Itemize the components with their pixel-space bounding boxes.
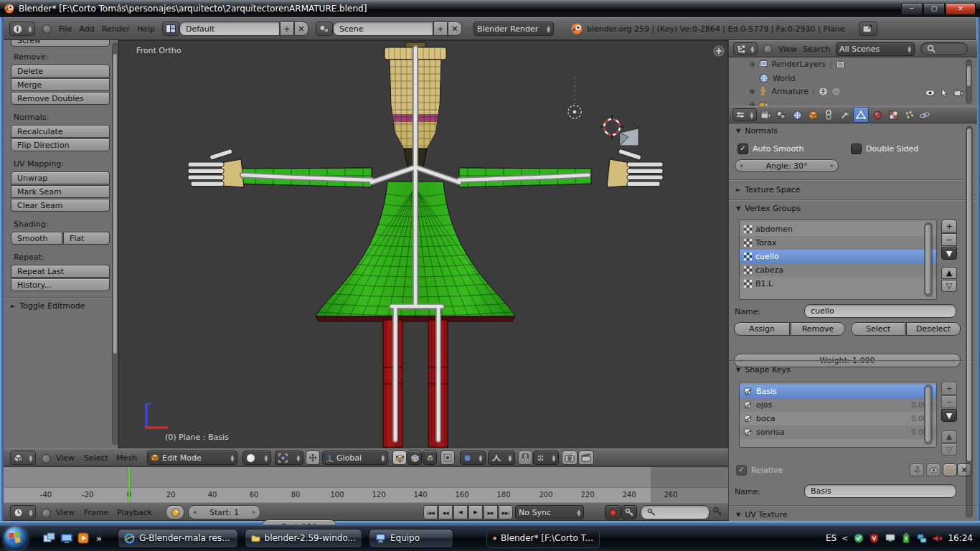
shape-key-row-selected[interactable]: Basis	[740, 385, 936, 398]
toolshelf-scrollbar[interactable]	[112, 43, 118, 445]
screw-button[interactable]: Screw	[11, 40, 110, 47]
timeline-menu-view[interactable]: View	[56, 508, 75, 517]
assign-button[interactable]: Assign	[734, 322, 790, 336]
start-button[interactable]	[0, 525, 30, 551]
clear-seam-button[interactable]: Clear Seam	[11, 199, 110, 212]
angle-slider[interactable]: ◂Angle: 30°▸	[735, 159, 839, 172]
repeat-last-button[interactable]: Repeat Last	[11, 265, 110, 278]
start-frame-field[interactable]: ◂Start: 1▸	[188, 505, 260, 519]
outliner-filter-select[interactable]: All Scenes▲▼	[836, 42, 915, 56]
network-tray-icon[interactable]	[916, 533, 927, 543]
move-vertex-group-down-button[interactable]: ▽	[941, 280, 957, 292]
history-button[interactable]: History...	[11, 278, 110, 291]
vertex-group-row-selected[interactable]: cuello	[740, 250, 936, 263]
quick-launch-chevron-icon[interactable]: »	[96, 533, 102, 544]
sync-mode-select[interactable]: No Sync▲▼	[515, 505, 584, 519]
shape-key-row[interactable]: ojos0.000	[740, 398, 936, 412]
jump-to-end-button[interactable]: ▶▶|	[499, 505, 513, 519]
select-button[interactable]: Select	[851, 322, 905, 336]
outliner-item-armature[interactable]: ⊕ Armature |	[749, 87, 841, 96]
limit-to-visible-button[interactable]	[440, 451, 455, 465]
merge-button[interactable]: Merge	[11, 78, 110, 91]
shape-key-row[interactable]: sonrisa0.000	[740, 425, 936, 439]
prev-keyframe-button[interactable]: ◀◀	[438, 505, 453, 519]
clock[interactable]: 16:24	[948, 533, 973, 543]
tab-object[interactable]	[806, 108, 820, 122]
falloff-select[interactable]: ▲▼	[488, 451, 515, 465]
tab-material[interactable]	[870, 108, 885, 122]
red-shield-tray-icon[interactable]	[869, 533, 880, 543]
add-vertex-group-button[interactable]: +	[941, 220, 957, 232]
properties-editor-selector[interactable]: ▲▼	[732, 108, 757, 121]
outliner-search-input[interactable]	[920, 42, 968, 55]
taskbar-item-blender[interactable]: Blender* [F:\Corto T...	[486, 529, 600, 548]
antivirus-tray-icon[interactable]	[853, 533, 864, 543]
collapse-menus-icon[interactable]	[42, 454, 51, 463]
sk-name-input[interactable]: Basis	[804, 484, 956, 498]
collapse-menus-icon[interactable]	[42, 24, 52, 34]
region-expand-icon[interactable]	[713, 45, 725, 57]
armature-restrict-toggles[interactable]	[925, 88, 963, 98]
outliner-menu-view[interactable]: View	[778, 44, 797, 54]
outliner-scrollbar[interactable]	[966, 60, 972, 104]
view3d-menu-mesh[interactable]: Mesh	[116, 453, 137, 463]
visibility-eye-icon[interactable]	[925, 89, 936, 97]
timeline-track-area[interactable]: -40 -20 0 20 40 60 80 100 120 140 160 18…	[4, 466, 728, 502]
vertex-group-row[interactable]: Torax	[740, 236, 936, 250]
move-vertex-group-up-button[interactable]: ▲	[941, 267, 957, 279]
view3d-menu-view[interactable]: View	[56, 453, 75, 463]
screen-layout-name[interactable]: Default	[179, 22, 280, 36]
auto-smooth-checkbox[interactable]: ✓ Auto Smooth	[738, 143, 804, 154]
show-only-icon[interactable]	[926, 463, 941, 476]
window-titlebar[interactable]: Blender* [F:\Corto Tomás\personajes\arqu…	[0, 0, 980, 17]
relative-checkbox[interactable]: ✓ Relative	[736, 465, 783, 476]
selectable-cursor-icon[interactable]	[941, 88, 948, 98]
remove-button[interactable]: Remove	[791, 322, 845, 336]
remove-shape-key-button[interactable]: −	[941, 395, 957, 408]
battery-tray-icon[interactable]	[900, 533, 911, 543]
toggle-editmode-panel-header[interactable]: ► Toggle Editmode	[11, 301, 85, 311]
delete-button[interactable]: Delete	[11, 65, 110, 77]
screen-layout-icon-button[interactable]	[162, 22, 179, 36]
play-reverse-button[interactable]: ◀	[453, 505, 468, 519]
tab-render[interactable]	[758, 108, 773, 122]
pin-icon[interactable]	[910, 463, 924, 476]
viewport-3d[interactable]: Front Ortho (0) Plane : Basis	[118, 40, 728, 448]
timeline-menu-frame[interactable]: Frame	[84, 508, 108, 517]
maximize-button[interactable]: ▢	[923, 3, 945, 15]
language-indicator[interactable]: ES	[826, 533, 837, 543]
quick-launch-explorer-icon[interactable]	[60, 533, 73, 544]
add-shape-key-button[interactable]: +	[941, 382, 957, 395]
deselect-button[interactable]: Deselect	[906, 322, 961, 336]
vertex-select-mode-button[interactable]	[392, 451, 407, 465]
smooth-button[interactable]: Smooth	[11, 232, 62, 245]
shape-key-list[interactable]: Basis ojos0.000 boca0.000 sonrisa0.000	[739, 382, 937, 448]
volume-muted-tray-icon[interactable]	[932, 533, 943, 543]
next-keyframe-button[interactable]: ▶▶	[484, 505, 498, 519]
taskbar-item-equipo[interactable]: Equipo	[369, 529, 453, 548]
auto-key-mode-button[interactable]	[621, 505, 637, 519]
minimize-button[interactable]: ─	[901, 3, 923, 15]
edit-mode-apply-icon[interactable]	[943, 463, 957, 476]
render-engine-select[interactable]: Blender Render▲▼	[473, 22, 554, 36]
taskbar-item-folder[interactable]: blender-2.59-windo...	[245, 529, 362, 548]
shape-key-specials-menu[interactable]: ▼	[941, 409, 957, 422]
tab-physics[interactable]	[918, 108, 932, 122]
properties-scrollbar[interactable]	[966, 126, 973, 518]
keying-set-field[interactable]	[641, 505, 710, 519]
unwrap-button[interactable]: Unwrap	[11, 171, 110, 184]
fullscreen-toggle-button[interactable]	[859, 22, 877, 36]
render-opengl-anim-button[interactable]	[578, 451, 594, 465]
vertex-groups-panel-header[interactable]: ▼Vertex Groups	[736, 204, 801, 213]
flip-direction-button[interactable]: Flip Direction	[11, 138, 110, 151]
scene-name[interactable]: Scene	[333, 22, 433, 36]
snap-element-select[interactable]: ▲▼	[533, 451, 559, 465]
transform-orientation-select[interactable]: Global▲▼	[322, 451, 388, 465]
proportional-edit-select[interactable]: ▲▼	[460, 451, 486, 465]
menu-render[interactable]: Render	[102, 24, 130, 34]
menu-add[interactable]: Add	[79, 24, 94, 34]
timeline-menu-playback[interactable]: Playback	[117, 508, 152, 517]
vertex-group-row[interactable]: B1.L	[740, 277, 936, 291]
expand-icon[interactable]: ⊕	[749, 88, 755, 95]
add-scene-button[interactable]: +	[433, 22, 448, 36]
